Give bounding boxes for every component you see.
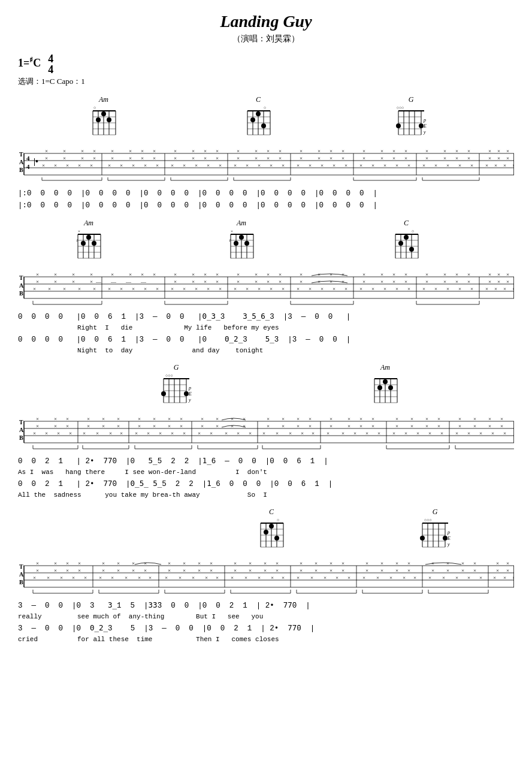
svg-text:×: × <box>380 279 383 285</box>
svg-text:×: × <box>493 575 496 581</box>
svg-text:×: × <box>371 423 374 429</box>
svg-text:B: B <box>19 290 23 297</box>
svg-text:×: × <box>341 271 344 277</box>
svg-text:○○○: ○○○ <box>165 373 173 378</box>
svg-text:×: × <box>243 423 246 429</box>
svg-text:×: × <box>330 271 332 277</box>
svg-text:×: × <box>102 560 105 566</box>
chord-row-chorus2: C ○ p F <box>18 508 514 558</box>
svg-text:×: × <box>365 567 368 573</box>
svg-text:×: × <box>111 575 114 581</box>
svg-text:×: × <box>33 286 36 292</box>
svg-text:×: × <box>494 286 497 292</box>
svg-text:×: × <box>63 148 66 154</box>
svg-text:×: × <box>383 162 386 168</box>
section-chorus2: C ○ p F <box>18 508 514 645</box>
svg-text:×: × <box>276 430 279 436</box>
svg-text:×: × <box>120 162 123 168</box>
svg-text:×: × <box>132 560 135 566</box>
svg-text:×: × <box>159 430 162 436</box>
svg-point-45 <box>396 123 401 128</box>
svg-text:×: × <box>467 155 470 161</box>
svg-text:×: × <box>36 560 39 566</box>
svg-text:×: × <box>54 560 57 566</box>
svg-text:×: × <box>425 423 428 429</box>
svg-text:×: × <box>443 155 446 161</box>
svg-text:×: × <box>496 560 499 566</box>
svg-text:×: × <box>87 423 90 429</box>
svg-text:×: × <box>467 148 470 154</box>
svg-text:×: × <box>60 575 63 581</box>
svg-text:×: × <box>470 162 473 168</box>
svg-text:y: y <box>188 397 191 403</box>
svg-text:×: × <box>455 155 458 161</box>
svg-text:×: × <box>267 155 270 161</box>
svg-text:×: × <box>332 286 335 292</box>
svg-text:×: × <box>347 416 350 422</box>
notation-c1-l1: 0 0 2 1 | 2• 7̄7̄0 |0 5̲5 2 2 |1̲6 — 0 0… <box>18 455 514 467</box>
svg-text:×: × <box>270 162 273 168</box>
svg-text:×: × <box>371 162 374 168</box>
svg-text:p: p <box>423 117 426 123</box>
page: Landing Guy （演唱：刘昊霖） 1=♯C 4 4 选调：1=C Cap… <box>0 0 532 665</box>
svg-text:×: × <box>207 286 210 292</box>
svg-text:×: × <box>458 416 461 422</box>
svg-text:×: × <box>108 286 111 292</box>
svg-text:×: × <box>72 279 75 285</box>
svg-text:×: × <box>237 155 240 161</box>
svg-text:×: × <box>117 423 120 429</box>
svg-text:×: × <box>347 423 350 429</box>
svg-text:×: × <box>111 148 114 154</box>
svg-text:×: × <box>33 430 36 436</box>
svg-text:×: × <box>425 279 428 285</box>
svg-point-30 <box>261 123 266 128</box>
svg-text:×: × <box>66 423 69 429</box>
chord-c-3: C ○ p F <box>258 508 285 548</box>
svg-text:×: × <box>407 567 410 573</box>
svg-text:×: × <box>461 567 464 573</box>
svg-text:×: × <box>141 271 144 277</box>
svg-text:×: × <box>455 430 458 436</box>
svg-text:×: × <box>297 416 300 422</box>
tuning-info: 选调：1=C Capo：1 <box>18 76 514 87</box>
svg-text:×: × <box>404 148 407 154</box>
svg-text:×: × <box>335 575 338 581</box>
svg-text:y: y <box>423 129 426 135</box>
svg-text:×: × <box>407 162 410 168</box>
svg-text:×: × <box>467 271 470 277</box>
svg-text:×: × <box>129 148 132 154</box>
svg-point-201 <box>81 241 86 246</box>
svg-text:×: × <box>255 155 258 161</box>
chord-diag-am4: p p y <box>371 373 399 404</box>
svg-text:×: × <box>216 155 219 161</box>
svg-text:×: × <box>425 271 428 277</box>
svg-point-235 <box>404 235 409 240</box>
svg-text:×: × <box>216 423 219 429</box>
svg-text:×: × <box>204 148 207 154</box>
chord-diag-c2: ○ p F l <box>392 228 420 259</box>
lyrics-c1-l2: All the sadness you take my brea-th away… <box>18 490 514 501</box>
svg-text:×: × <box>258 162 261 168</box>
svg-text:×: × <box>404 271 407 277</box>
svg-point-199 <box>86 235 91 240</box>
chord-c-2: C ○ p F <box>392 219 420 259</box>
svg-text:×: × <box>497 279 500 285</box>
svg-text:×: × <box>168 416 171 422</box>
svg-text:×: × <box>446 567 449 573</box>
svg-text:×: × <box>84 575 87 581</box>
svg-text:A: A <box>19 282 24 289</box>
svg-text:×: × <box>467 279 470 285</box>
svg-text:×: × <box>279 148 282 154</box>
svg-text:×: × <box>500 416 503 422</box>
svg-text:×: × <box>359 416 362 422</box>
svg-text:×: × <box>78 162 81 168</box>
svg-text:×: × <box>380 155 383 161</box>
lyrics-c2-l2: cried for all these time Then I comes cl… <box>18 635 514 645</box>
svg-text:×: × <box>297 286 300 292</box>
svg-text:T: T <box>19 151 23 158</box>
svg-text:×: × <box>234 162 237 168</box>
svg-text:×: × <box>330 279 332 285</box>
notation-c1-l2: 0 0 2 1 | 2• 7̄7̄0 |0̲5̲ 5̲5 2 2 |1̲6 0 … <box>18 478 514 490</box>
svg-text:×: × <box>458 286 461 292</box>
svg-text:×: × <box>503 286 506 292</box>
